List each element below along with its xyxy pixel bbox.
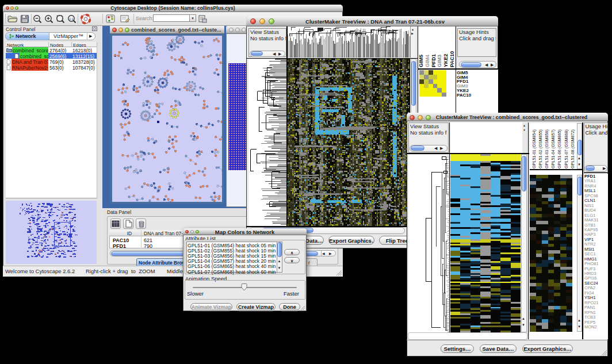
svg-text:GPL51-08 (GSM872): GPL51-08 (GSM872) <box>570 129 575 168</box>
svg-text:GIM3: GIM3 <box>437 55 442 67</box>
svg-text:GIM4: GIM4 <box>424 55 430 67</box>
svg-text:1:1: 1:1 <box>69 17 74 21</box>
svg-text:PFD1: PFD1 <box>431 54 437 67</box>
svg-text:GPL51-03 (GSM856): GPL51-03 (GSM856) <box>544 129 549 168</box>
svg-text:GPL51-06 (GSM865): GPL51-06 (GSM865) <box>557 129 562 168</box>
svg-text:YKE2: YKE2 <box>443 53 449 67</box>
svg-text:GPL51-01 (GSM854): GPL51-01 (GSM854) <box>531 129 537 168</box>
svg-text:GPL51-02 (GSM855): GPL51-02 (GSM855) <box>538 129 543 168</box>
svg-text:GIM5: GIM5 <box>418 55 424 67</box>
svg-text:PAC10: PAC10 <box>449 51 455 67</box>
svg-text:GPL51-07 (GSM868): GPL51-07 (GSM868) <box>564 129 569 168</box>
svg-text:GPL51-04 (GSM857): GPL51-04 (GSM857) <box>550 129 556 168</box>
